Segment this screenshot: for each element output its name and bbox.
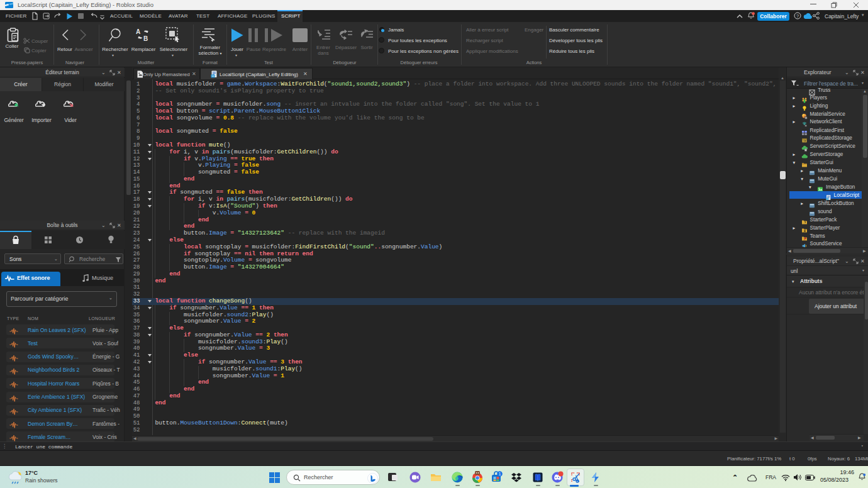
svg-text:B: B xyxy=(143,35,148,42)
svg-text:A: A xyxy=(136,28,140,35)
svg-text:?: ? xyxy=(796,13,799,19)
